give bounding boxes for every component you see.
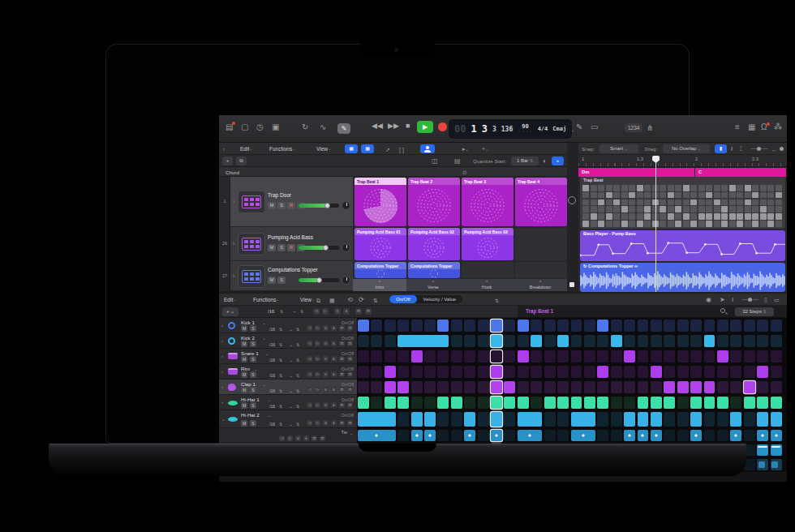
step-cell[interactable] (744, 381, 755, 393)
clear-row-icon[interactable]: ⊡ (355, 308, 362, 315)
lcd-tempo-block[interactable]: 90 ···· (518, 124, 532, 134)
copy-pattern-icon[interactable]: ⧉ (316, 297, 320, 305)
step-cell[interactable] (717, 320, 728, 332)
step-cell[interactable] (624, 412, 635, 427)
step-cell[interactable] (464, 335, 475, 347)
menu-edit[interactable]: Edit ⌄ (224, 297, 233, 302)
step-cell[interactable] (704, 397, 716, 409)
row-rate-stepper-icon[interactable]: ⇅ (279, 388, 282, 393)
row-mute-button[interactable]: M (241, 356, 247, 363)
pan-knob[interactable] (342, 276, 350, 285)
zoom-slider-v-knob[interactable] (780, 147, 784, 151)
step-cell[interactable] (358, 397, 369, 409)
performer-icon[interactable] (420, 144, 435, 153)
lcd-division[interactable]: 3 (492, 126, 496, 133)
step-cell[interactable] (531, 381, 542, 393)
row-shift-left-icon[interactable]: ◁ (307, 420, 312, 426)
row-shift-right-icon[interactable]: ▷ (315, 341, 320, 346)
loop-cell[interactable]: Computations Topper (408, 262, 460, 278)
step-cell[interactable] (544, 397, 556, 409)
track-s-button[interactable]: S (277, 202, 286, 209)
step-cell[interactable] (651, 412, 662, 427)
row-rate-value[interactable]: /16 (269, 404, 275, 409)
count-in-icon[interactable]: ▣ (272, 123, 279, 131)
step-cell[interactable] (478, 335, 489, 347)
chord-track-power-icon[interactable]: ⊙ (462, 169, 467, 177)
pattern-name[interactable]: Trap Beat 1 (526, 308, 553, 314)
subrow-cell[interactable] (464, 430, 475, 441)
step-cell[interactable] (531, 397, 542, 409)
row-down-icon[interactable]: ∨ (323, 402, 329, 408)
step-cell[interactable] (531, 350, 542, 363)
seq-row-header[interactable]: ›Rim ⌄On/OffMS/16⇅→⇅◁▷∨∧⊡⊡ (219, 364, 357, 380)
shift-left-icon[interactable]: ◁ (313, 308, 320, 315)
step-cell[interactable] (730, 412, 741, 427)
chord-region[interactable]: C (695, 168, 786, 177)
step-cell[interactable] (771, 350, 782, 363)
step-cell[interactable] (611, 412, 622, 427)
step-cell[interactable] (557, 350, 569, 363)
step-cell[interactable] (371, 397, 382, 409)
step-cell[interactable] (478, 320, 489, 332)
rotate-left-icon[interactable]: ⟲ (347, 296, 353, 304)
step-cell[interactable] (504, 366, 515, 378)
step-cell[interactable] (624, 366, 635, 378)
volume-knob[interactable] (316, 277, 322, 283)
step-cell[interactable] (677, 366, 689, 378)
loop-cell[interactable]: Pumping Acid Bass 02 (408, 228, 460, 260)
row-clear-icon[interactable]: ⊡ (339, 325, 345, 331)
row-clear-icon[interactable]: ⊡ (339, 387, 345, 393)
track-m-button[interactable]: M (268, 277, 276, 284)
step-cell[interactable] (518, 366, 529, 378)
step-cell[interactable] (411, 397, 423, 409)
row-direction-stepper-icon[interactable]: ⇅ (296, 327, 299, 332)
subrow-cell[interactable] (451, 430, 462, 441)
track-m-button[interactable]: M (268, 244, 276, 251)
divider-knob[interactable] (568, 196, 576, 204)
step-cell[interactable] (597, 366, 608, 378)
row-rate-value[interactable]: /16 (269, 388, 275, 393)
step-cell[interactable] (690, 381, 702, 393)
step-cell[interactable] (638, 412, 649, 427)
seq-row-header[interactable]: ›Kick 2 ⌄On/OffMS/16⇅→⇅◁▷∨∧⊡⊡ (219, 333, 357, 349)
step-cell[interactable] (451, 397, 462, 409)
step-cell[interactable] (664, 366, 675, 378)
step-cell[interactable] (624, 320, 635, 332)
cell-edit-icon[interactable]: ◫ (432, 157, 438, 165)
queue-mode-icon[interactable]: » (552, 157, 564, 165)
step-cell[interactable] (557, 320, 569, 332)
midi-in-icon[interactable]: ◉ (706, 296, 711, 304)
step-cell[interactable] (544, 335, 556, 347)
step-cell[interactable] (544, 412, 556, 427)
step-cell[interactable] (504, 381, 515, 393)
row-down-icon[interactable]: ∨ (323, 371, 329, 377)
step-cell[interactable] (597, 412, 608, 427)
row-rate-value[interactable]: /16 (269, 422, 275, 427)
step-cell[interactable] (771, 412, 782, 427)
seq-row-header[interactable]: ›Hi-Hat 1 ⌄On/OffMS/16⇅→⇅◁▷∨∧⊡⊡ (219, 395, 357, 410)
mode-velocity-button[interactable]: Velocity / Value (417, 295, 463, 303)
row-random-icon[interactable]: ⊡ (347, 371, 353, 377)
track-r-button[interactable]: R (287, 244, 295, 251)
cycle-icon[interactable]: ↻ (302, 123, 308, 131)
step-cell[interactable] (491, 320, 502, 332)
take-icon[interactable]: ∿ (320, 123, 326, 131)
zoom-slider-h-knob[interactable] (757, 147, 761, 151)
lcd-display[interactable]: 00 1 3 3 136 90 ···· 4/4 Cmaj ⌄ (449, 119, 572, 139)
step-cell[interactable] (651, 381, 662, 393)
step-cell[interactable] (385, 350, 396, 363)
chord-region[interactable]: Dm (578, 168, 694, 177)
step-cell[interactable] (651, 397, 662, 409)
step-cell[interactable] (411, 381, 423, 393)
lcd-tick[interactable]: 136 (501, 126, 513, 133)
subrow-cell[interactable] (518, 430, 542, 441)
step-cell[interactable] (771, 366, 782, 378)
row-down-icon[interactable]: ∨ (323, 341, 329, 346)
step-cell[interactable] (638, 320, 649, 332)
scene-trigger[interactable]: ⌃Verse (406, 279, 460, 291)
drummer-region[interactable]: Trap Beat (580, 177, 785, 229)
subrow-cell[interactable] (571, 430, 595, 441)
step-cell[interactable] (411, 350, 423, 363)
step-cell[interactable] (584, 397, 595, 409)
row-rate-stepper-icon[interactable]: ⇅ (279, 327, 282, 332)
